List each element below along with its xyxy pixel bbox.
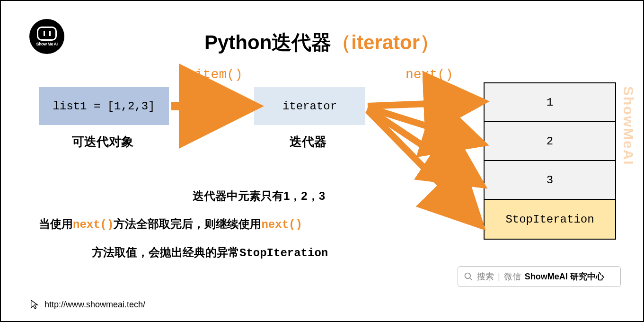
arrow-next-1 — [368, 102, 476, 106]
title-paren-open: （ — [331, 31, 351, 54]
stack-cell: 2 — [485, 122, 615, 161]
iterator-code: iterator — [282, 100, 337, 113]
title-main: Python迭代器 — [204, 31, 331, 54]
iterator-label: 迭代器 — [290, 134, 326, 150]
description-line-3: 方法取值，会抛出经典的异常StopIteration — [92, 245, 328, 260]
desc2-next-1: next() — [73, 218, 114, 231]
svg-line-1 — [470, 278, 472, 280]
arrow-next-2 — [368, 107, 476, 142]
cursor-icon — [29, 299, 40, 310]
desc2-part-a: 当使用 — [39, 217, 73, 230]
description-line-2: 当使用next()方法全部取完后，则继续使用next() — [39, 216, 302, 232]
iterable-code: list1 = [1,2,3] — [53, 100, 155, 113]
title-paren-close: ） — [420, 31, 440, 54]
description-line-1: 迭代器中元素只有1，2，3 — [193, 188, 325, 204]
footer-url: http://www.showmeai.tech/ — [29, 299, 145, 310]
search-sub: 微信 — [504, 271, 521, 282]
arrow-next-3 — [368, 109, 476, 181]
item-function-label: item() — [195, 67, 243, 82]
desc2-part-c: 方法全部取完后，则继续使用 — [114, 217, 261, 230]
search-label: 搜索 — [477, 271, 494, 282]
search-divider: | — [498, 272, 500, 282]
page-title: Python迭代器（iterator） — [1, 29, 643, 56]
search-badge: 搜索 | 微信 ShowMeAI 研究中心 — [458, 266, 621, 287]
next-function-label: next() — [406, 67, 453, 82]
iterable-box: list1 = [1,2,3] — [39, 87, 169, 125]
watermark-text: ShowMeAI — [620, 86, 636, 166]
desc3-stopiteration: StopIteration — [239, 247, 328, 259]
desc3-part-a: 方法取值，会抛出经典的异常 — [92, 246, 239, 259]
stack-cell: 3 — [485, 161, 615, 200]
iterable-label: 可迭代对象 — [72, 134, 133, 150]
desc2-next-2: next() — [261, 218, 302, 231]
output-stack: 1 2 3 StopIteration — [484, 82, 616, 240]
url-text: http://www.showmeai.tech/ — [44, 300, 145, 310]
svg-point-0 — [465, 273, 471, 279]
title-term: iterator — [351, 31, 420, 54]
stack-cell-stopiteration: StopIteration — [485, 200, 615, 239]
iterator-box: iterator — [254, 87, 365, 125]
stack-cell: 1 — [485, 83, 615, 122]
search-icon — [464, 272, 473, 281]
search-strong: ShowMeAI 研究中心 — [525, 271, 604, 282]
arrow-next-stop — [368, 110, 476, 221]
